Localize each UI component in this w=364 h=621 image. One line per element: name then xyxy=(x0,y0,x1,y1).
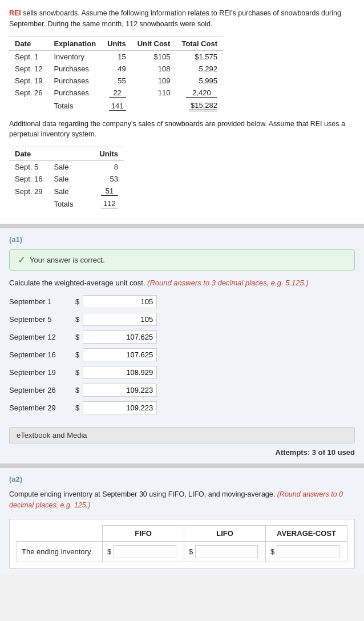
lifo-input[interactable] xyxy=(195,545,258,558)
instruction-text: Calculate the weighted-average unit cost… xyxy=(9,279,147,287)
fifo-input[interactable] xyxy=(114,545,176,558)
a2-inner-box: FIFO LIFO AVERAGE-COST The ending invent… xyxy=(9,519,355,568)
sales-col-date: Date xyxy=(9,147,48,161)
table-row: Sept. 1 Inventory 15 $105 $1,575 xyxy=(9,50,223,63)
avg-input[interactable] xyxy=(277,545,339,558)
col-unit-cost: Unit Cost xyxy=(132,37,176,50)
a2-instruction-text: Compute ending inventory at September 30… xyxy=(9,490,277,498)
a2-col-avg: AVERAGE-COST xyxy=(266,525,347,541)
dollar-sign-6: $ xyxy=(75,386,79,394)
september12-input[interactable] xyxy=(83,330,157,344)
dollar-sign-3: $ xyxy=(75,333,79,341)
september5-input[interactable] xyxy=(83,313,157,326)
table-row: Sept. 26 Purchases 22 110 2,420 xyxy=(9,87,223,99)
september26-label: September 26 xyxy=(9,386,72,394)
lifo-dollar-sign: $ xyxy=(189,547,193,556)
sales-totals-row: Totals 112 xyxy=(9,197,124,210)
fifo-dollar-sign: $ xyxy=(107,547,111,556)
table-row: Sept. 19 Purchases 55 109 5,995 xyxy=(9,75,223,87)
section-divider-1 xyxy=(0,224,364,228)
a2-avg-cell: $ xyxy=(266,541,347,562)
table-row: Sept. 29 Sale 51 xyxy=(9,185,124,197)
september19-row: September 19 $ xyxy=(9,366,355,379)
col-explanation: Explanation xyxy=(48,37,102,50)
dollar-sign-4: $ xyxy=(75,350,79,359)
attempts-text: Attempts: 3 of 10 used xyxy=(9,448,355,457)
additional-text: Additional data regarding the company's … xyxy=(9,119,355,140)
rei-label: REI xyxy=(9,9,21,17)
september29-input[interactable] xyxy=(83,401,157,414)
a2-section: (a2) Compute ending inventory at Septemb… xyxy=(0,468,364,575)
september16-input[interactable] xyxy=(83,348,157,361)
september19-input[interactable] xyxy=(83,366,157,379)
september1-input[interactable] xyxy=(83,295,157,308)
a2-label: (a2) xyxy=(9,475,355,483)
september1-label: September 1 xyxy=(9,297,72,306)
sales-col-explanation xyxy=(48,147,94,161)
totals-row: Totals 141 $15,282 xyxy=(9,99,223,113)
september16-label: September 16 xyxy=(9,350,72,359)
september19-label: September 19 xyxy=(9,368,72,377)
sales-col-units: Units xyxy=(94,147,124,161)
col-total-cost: Total Cost xyxy=(176,37,223,50)
calc-instruction: Calculate the weighted-average unit cost… xyxy=(9,279,355,287)
a2-ending-inventory-row: The ending inventory $ $ xyxy=(17,541,347,562)
a2-col-fifo: FIFO xyxy=(103,525,184,541)
col-units: Units xyxy=(102,37,132,50)
intro-paragraph: REI sells snowboards. Assume the followi… xyxy=(9,8,355,30)
avg-dollar-sign: $ xyxy=(270,547,274,556)
correct-message: Your answer is correct. xyxy=(30,256,105,264)
dollar-sign-1: $ xyxy=(75,297,79,306)
checkmark-icon: ✓ xyxy=(18,255,25,265)
september12-label: September 12 xyxy=(9,333,72,341)
sales-table: Date Units Sept. 5 Sale 8 Sept. 16 Sale … xyxy=(9,147,124,210)
table-row: Sept. 5 Sale 8 xyxy=(9,161,124,174)
section-divider-2 xyxy=(0,463,364,468)
table-row: Sept. 16 Sale 53 xyxy=(9,173,124,185)
a2-fifo-cell: $ xyxy=(103,541,184,562)
table-row: Sept. 12 Purchases 49 108 5,292 xyxy=(9,63,223,75)
intro-section: REI sells snowboards. Assume the followi… xyxy=(0,0,364,224)
september5-label: September 5 xyxy=(9,315,72,324)
september1-row: September 1 $ xyxy=(9,295,355,308)
purchases-table: Date Explanation Units Unit Cost Total C… xyxy=(9,37,223,113)
intro-text-rest: sells snowboards. Assume the following i… xyxy=(9,9,341,28)
dollar-sign-5: $ xyxy=(75,368,79,377)
a2-lifo-cell: $ xyxy=(184,541,266,562)
september29-row: September 29 $ xyxy=(9,401,355,414)
a2-row-label: The ending inventory xyxy=(17,541,103,562)
instruction-note: (Round answers to 3 decimal places, e.g.… xyxy=(147,279,309,287)
a2-instruction: Compute ending inventory at September 30… xyxy=(9,489,355,511)
a2-col-lifo: LIFO xyxy=(184,525,266,541)
september12-row: September 12 $ xyxy=(9,330,355,344)
september26-input[interactable] xyxy=(83,384,157,397)
dollar-sign-7: $ xyxy=(75,404,79,412)
september16-row: September 16 $ xyxy=(9,348,355,361)
a1-label: (a1) xyxy=(9,235,355,244)
correct-banner: ✓ Your answer is correct. xyxy=(9,249,355,271)
september26-row: September 26 $ xyxy=(9,384,355,397)
september29-label: September 29 xyxy=(9,404,72,412)
dollar-sign-2: $ xyxy=(75,315,79,324)
a2-col-empty xyxy=(17,525,103,541)
a1-section: (a1) ✓ Your answer is correct. Calculate… xyxy=(0,228,364,463)
etextbook-bar[interactable]: eTextbook and Media xyxy=(9,427,355,443)
september5-row: September 5 $ xyxy=(9,313,355,326)
a2-table: FIFO LIFO AVERAGE-COST The ending invent… xyxy=(17,525,347,562)
col-date: Date xyxy=(9,37,48,50)
